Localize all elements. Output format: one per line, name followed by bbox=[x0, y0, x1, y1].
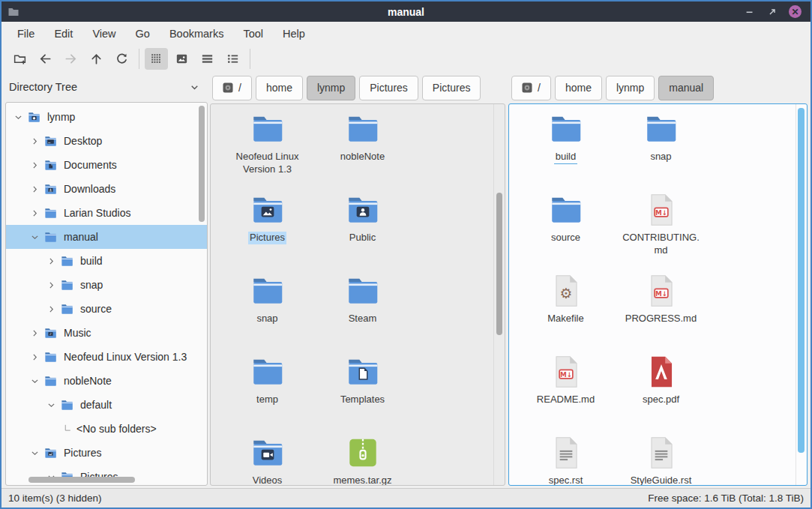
chevron-right-icon[interactable] bbox=[45, 255, 57, 267]
file-item-noblenote[interactable]: nobleNote bbox=[315, 107, 410, 188]
breadcrumb-manual[interactable]: manual bbox=[658, 76, 714, 100]
tree-item-noblenote[interactable]: nobleNote bbox=[6, 369, 207, 393]
right-pane-scrollbar-thumb[interactable] bbox=[798, 108, 805, 453]
menu-file[interactable]: File bbox=[7, 24, 44, 43]
left-pane-scrollbar[interactable] bbox=[493, 104, 505, 485]
breadcrumb-pictures[interactable]: Pictures bbox=[422, 76, 481, 100]
tree-item-desktop[interactable]: Desktop bbox=[6, 129, 207, 153]
menu-go[interactable]: Go bbox=[126, 24, 160, 43]
minimize-button[interactable] bbox=[744, 6, 756, 18]
chevron-right-icon[interactable] bbox=[28, 183, 40, 195]
tree-item-label: <No sub folders> bbox=[76, 423, 157, 435]
breadcrumb-lynmp[interactable]: lynmp bbox=[307, 76, 355, 100]
file-label: snap bbox=[255, 313, 279, 325]
up-button[interactable] bbox=[85, 48, 108, 70]
file-item-steam[interactable]: Steam bbox=[315, 269, 410, 350]
breadcrumb-pictures[interactable]: Pictures bbox=[359, 76, 418, 100]
back-button[interactable] bbox=[34, 48, 57, 70]
file-label: nobleNote bbox=[339, 151, 386, 163]
tree-item-music[interactable]: ♪Music bbox=[6, 321, 207, 345]
chevron-down-icon[interactable] bbox=[45, 399, 57, 411]
file-item-build[interactable]: build bbox=[518, 107, 613, 188]
tree-item-source[interactable]: source bbox=[6, 297, 207, 321]
menu-help[interactable]: Help bbox=[273, 24, 315, 43]
file-label: README.md bbox=[535, 394, 596, 406]
file-item-pictures[interactable]: Pictures bbox=[220, 188, 315, 269]
right-pane-scrollbar[interactable] bbox=[796, 104, 807, 485]
sidebar-title: Directory Tree bbox=[9, 81, 77, 93]
left-pane-scrollbar-thumb[interactable] bbox=[496, 193, 502, 335]
compact-view-button[interactable] bbox=[196, 48, 219, 70]
forward-icon bbox=[64, 52, 78, 66]
breadcrumb-root[interactable]: / bbox=[212, 76, 252, 100]
file-item-public[interactable]: Public bbox=[315, 188, 410, 269]
tree-item-lynmp[interactable]: lynmp bbox=[6, 105, 207, 129]
tree-item-default[interactable]: default bbox=[6, 393, 207, 417]
chevron-right-icon[interactable] bbox=[28, 207, 40, 219]
file-item-snap[interactable]: snap bbox=[220, 269, 315, 350]
file-item-source[interactable]: source bbox=[518, 188, 613, 269]
file-item-templates[interactable]: Templates bbox=[315, 350, 410, 431]
maximize-button[interactable] bbox=[766, 6, 778, 18]
breadcrumb-lynmp[interactable]: lynmp bbox=[606, 76, 655, 100]
chevron-right-icon[interactable] bbox=[28, 327, 40, 339]
icon-view-button[interactable] bbox=[145, 48, 168, 70]
folder-music-icon: ♪ bbox=[43, 326, 58, 340]
file-item-spec-rst[interactable]: spec.rst bbox=[518, 431, 613, 486]
close-button[interactable]: ✕ bbox=[789, 5, 802, 18]
chevron-down-icon[interactable] bbox=[12, 111, 24, 123]
chevron-down-icon[interactable] bbox=[28, 375, 40, 387]
chevron-right-icon[interactable] bbox=[45, 279, 57, 291]
chevron-right-icon[interactable] bbox=[45, 303, 57, 315]
file-item-memes-tar-gz[interactable]: memes.tar.gz bbox=[315, 431, 410, 486]
tree-item-downloads[interactable]: Downloads bbox=[6, 177, 207, 201]
tree-item-build[interactable]: build bbox=[6, 249, 207, 273]
menu-view[interactable]: View bbox=[82, 24, 125, 43]
detailed-view-button[interactable] bbox=[221, 48, 244, 70]
breadcrumb-home[interactable]: home bbox=[555, 76, 602, 100]
tree-item-label: Documents bbox=[64, 159, 117, 171]
file-item-styleguide-rst[interactable]: StyleGuide.rst bbox=[613, 431, 709, 486]
file-item-makefile[interactable]: ⚙Makefile bbox=[518, 269, 613, 350]
breadcrumb-root[interactable]: / bbox=[511, 76, 551, 100]
tree-item-pictures[interactable]: Pictures bbox=[6, 441, 207, 465]
right-file-view[interactable]: buildsnapsourceM↓CONTRIBUTING.md⚙Makefil… bbox=[508, 103, 808, 486]
new-tab-button[interactable] bbox=[8, 48, 31, 70]
tree-item-label: Downloads bbox=[64, 183, 115, 195]
forward-button[interactable] bbox=[59, 48, 82, 70]
file-item-contributing-md[interactable]: M↓CONTRIBUTING.md bbox=[613, 188, 709, 269]
thumbnail-view-button[interactable] bbox=[170, 48, 193, 70]
file-item-spec-pdf[interactable]: spec.pdf bbox=[613, 350, 709, 431]
tree-item-neofeud-linux-version-1-3[interactable]: Neofeud Linux Version 1.3 bbox=[6, 345, 207, 369]
breadcrumb-home[interactable]: home bbox=[256, 76, 303, 100]
folder-icon bbox=[547, 110, 585, 148]
sidebar-mode-select[interactable]: Directory Tree bbox=[5, 72, 208, 102]
chevron-right-icon[interactable] bbox=[28, 351, 40, 363]
tree-item-snap[interactable]: snap bbox=[6, 273, 207, 297]
chevron-down-icon[interactable] bbox=[28, 231, 40, 243]
tree-item-manual[interactable]: manual bbox=[6, 225, 207, 249]
tree-item-label: Larian Studios bbox=[64, 207, 131, 219]
file-item-readme-md[interactable]: M↓README.md bbox=[518, 350, 613, 431]
file-item-videos[interactable]: Videos bbox=[220, 431, 315, 486]
tree-item-no-sub-folders[interactable]: <No sub folders> bbox=[6, 417, 207, 441]
menu-tool[interactable]: Tool bbox=[233, 24, 273, 43]
left-file-view[interactable]: Neofeud Linux Version 1.3nobleNotePictur… bbox=[210, 103, 505, 486]
menu-bookmarks[interactable]: Bookmarks bbox=[160, 24, 234, 43]
chevron-right-icon[interactable] bbox=[28, 135, 40, 147]
file-item-snap[interactable]: snap bbox=[613, 107, 709, 188]
tree-item-documents[interactable]: Documents bbox=[6, 153, 207, 177]
file-item-temp[interactable]: temp bbox=[220, 350, 315, 431]
tree-item-larian-studios[interactable]: Larian Studios bbox=[6, 201, 207, 225]
tree-horizontal-scrollbar[interactable] bbox=[28, 477, 135, 483]
svg-text:M↓: M↓ bbox=[559, 371, 571, 379]
tree-item-label: manual bbox=[64, 231, 98, 243]
file-item-neofeud-linux-version-1-3[interactable]: Neofeud Linux Version 1.3 bbox=[220, 107, 315, 188]
tree-vertical-scrollbar[interactable] bbox=[199, 106, 205, 222]
folder-icon bbox=[643, 110, 680, 148]
chevron-down-icon[interactable] bbox=[28, 447, 40, 459]
refresh-button[interactable] bbox=[110, 48, 133, 70]
file-item-progress-md[interactable]: M↓PROGRESS.md bbox=[613, 269, 709, 350]
chevron-right-icon[interactable] bbox=[28, 159, 40, 171]
menu-edit[interactable]: Edit bbox=[44, 24, 82, 43]
